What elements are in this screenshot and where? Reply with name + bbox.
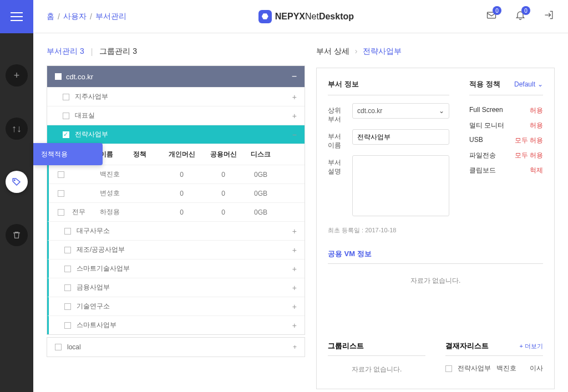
dept-label: 스마트사업부 [77, 320, 116, 330]
checkbox[interactable] [445, 365, 452, 372]
sort-button[interactable]: ↑↓ [6, 118, 28, 140]
expand-icon[interactable]: + [292, 302, 297, 311]
dept-label: local [67, 343, 81, 351]
checkbox[interactable] [63, 113, 69, 119]
collapse-icon[interactable]: − [292, 130, 297, 139]
approver-row[interactable]: 전략사업부 백진호 이사 [445, 362, 543, 375]
dept-label: 제조/공공사업부 [77, 245, 125, 254]
approver-list: 결재자리스트 + 더보기 전략사업부 백진호 이사 [445, 341, 543, 378]
dept-item-local[interactable]: local + [47, 337, 305, 357]
reg-date: 최초 등록일 : 2017-10-18 [328, 226, 449, 235]
dept-item[interactable]: 스마트사업부 + [47, 315, 305, 334]
bell-badge: 0 [521, 6, 530, 15]
logout-icon [544, 9, 555, 21]
dept-item[interactable]: 금융사업부 + [47, 278, 305, 297]
dept-desc-textarea[interactable] [352, 155, 449, 216]
expand-icon[interactable]: + [292, 111, 297, 120]
breadcrumb: 홈 / 사용자 / 부서관리 [47, 12, 126, 22]
mail-badge: 0 [493, 6, 501, 15]
checkbox[interactable] [64, 284, 71, 291]
dept-label: 금융사업부 [77, 283, 110, 292]
dept-item[interactable]: 대구사무소 + [47, 221, 305, 240]
expand-icon[interactable]: + [293, 343, 297, 351]
checkbox[interactable] [64, 247, 71, 253]
expand-icon[interactable]: + [292, 227, 297, 236]
detail-breadcrumb: 부서 상세 › 전략사업부 [316, 47, 555, 57]
checkbox[interactable] [64, 266, 71, 272]
parent-dept-select[interactable]: cdt.co.kr ⌄ [352, 103, 449, 119]
section-title: 부서 정보 [328, 79, 449, 95]
tree-root-row[interactable]: cdt.co.kr − [47, 66, 305, 87]
section-title: 적용 정책 Default ⌄ [469, 79, 543, 95]
add-button[interactable]: + [6, 64, 28, 86]
breadcrumb-home[interactable]: 홈 [47, 12, 54, 22]
dept-name-input[interactable] [352, 129, 449, 145]
approver-list-title: 결재자리스트 [445, 341, 489, 351]
chevron-right-icon: › [355, 47, 358, 55]
checkbox[interactable] [55, 344, 62, 350]
policy-default-select[interactable]: Default ⌄ [514, 80, 543, 88]
dept-item[interactable]: 대표실 + [47, 106, 305, 125]
checkbox[interactable] [64, 228, 71, 235]
expand-icon[interactable]: + [292, 264, 297, 273]
expand-icon[interactable]: + [292, 283, 297, 292]
dept-label: 대구사무소 [77, 226, 110, 236]
header: 홈 / 사용자 / 부서관리 NEPYXNetDesktop 0 0 [33, 0, 568, 33]
dept-label: 기술연구소 [77, 302, 110, 311]
checkbox[interactable] [64, 322, 71, 329]
policy-column: 적용 정책 Default ⌄ Full Screen허용 멀티 모니터허용 U… [469, 79, 543, 235]
collapse-icon[interactable]: − [292, 72, 297, 82]
trash-icon [12, 231, 21, 240]
dept-label: 전략사업부 [75, 130, 108, 139]
dept-name-label: 부서 이름 [328, 129, 347, 150]
tag-icon [12, 177, 22, 187]
checkbox[interactable] [55, 73, 62, 80]
chevron-down-icon: ⌄ [537, 80, 543, 88]
hamburger-menu[interactable] [0, 0, 33, 33]
left-panel: 부서관리 3 | 그룹관리 3 cdt.co.kr − 지주사업부 + [33, 33, 305, 392]
dept-desc-label: 부서 설명 [328, 155, 347, 176]
dept-label: 스마트기술사업부 [77, 264, 130, 273]
vm-empty: 자료가 없습니다. [328, 272, 543, 335]
tab-group[interactable]: 그룹관리 3 [99, 47, 137, 57]
dept-item[interactable]: 스마트기술사업부 + [47, 259, 305, 278]
group-list: 그룹리스트 자료가 없습니다. [328, 341, 425, 378]
checkbox[interactable] [58, 209, 64, 216]
expand-icon[interactable]: + [292, 246, 297, 254]
dept-item[interactable]: 지주사업부 + [47, 87, 305, 106]
checkbox[interactable] [64, 303, 71, 310]
mail-button[interactable]: 0 [486, 9, 497, 23]
breadcrumb-dept[interactable]: 부서관리 [95, 12, 126, 22]
checkbox[interactable] [58, 190, 64, 197]
tab-dept[interactable]: 부서관리 3 [47, 47, 84, 57]
checkbox[interactable] [58, 171, 64, 178]
breadcrumb-users[interactable]: 사용자 [63, 12, 87, 22]
delete-button[interactable] [6, 224, 28, 246]
policy-apply-button[interactable] [6, 171, 28, 193]
tooltip-label: 정책적용 [41, 150, 68, 159]
policy-row: 멀티 모니터허용 [469, 118, 543, 133]
checkbox[interactable] [63, 131, 69, 138]
left-rail: + ↑↓ [0, 0, 33, 392]
dept-item-active[interactable]: 전략사업부 − [47, 125, 305, 144]
checkbox[interactable] [63, 94, 69, 100]
expand-icon[interactable]: + [292, 93, 297, 101]
content: 부서관리 3 | 그룹관리 3 cdt.co.kr − 지주사업부 + [33, 33, 568, 392]
group-empty: 자료가 없습니다. [328, 362, 425, 378]
tree-root-label: cdt.co.kr [66, 73, 93, 81]
policy-row: 파일전송모두 허용 [469, 148, 543, 163]
dept-label: 대표실 [75, 111, 95, 120]
table-row[interactable]: 백진호 0 0 0GB [49, 165, 305, 184]
group-list-title: 그룹리스트 [328, 341, 425, 356]
table-row[interactable]: 변성호 0 0 0GB [49, 184, 305, 202]
dept-item[interactable]: 기술연구소 + [47, 297, 305, 315]
parent-dept-label: 상위 부서 [328, 103, 347, 124]
dept-item[interactable]: 제조/공공사업부 + [47, 240, 305, 259]
expand-icon[interactable]: + [292, 321, 297, 330]
table-row[interactable]: 전무 하정용 0 0 0GB [49, 202, 305, 221]
more-link[interactable]: + 더보기 [520, 342, 543, 350]
right-panel: 부서 상세 › 전략사업부 부서 정보 상위 부서 cdt.co.kr ⌄ [305, 33, 568, 392]
logout-button[interactable] [544, 9, 555, 23]
notifications-button[interactable]: 0 [515, 9, 526, 23]
hamburger-icon [11, 12, 23, 21]
